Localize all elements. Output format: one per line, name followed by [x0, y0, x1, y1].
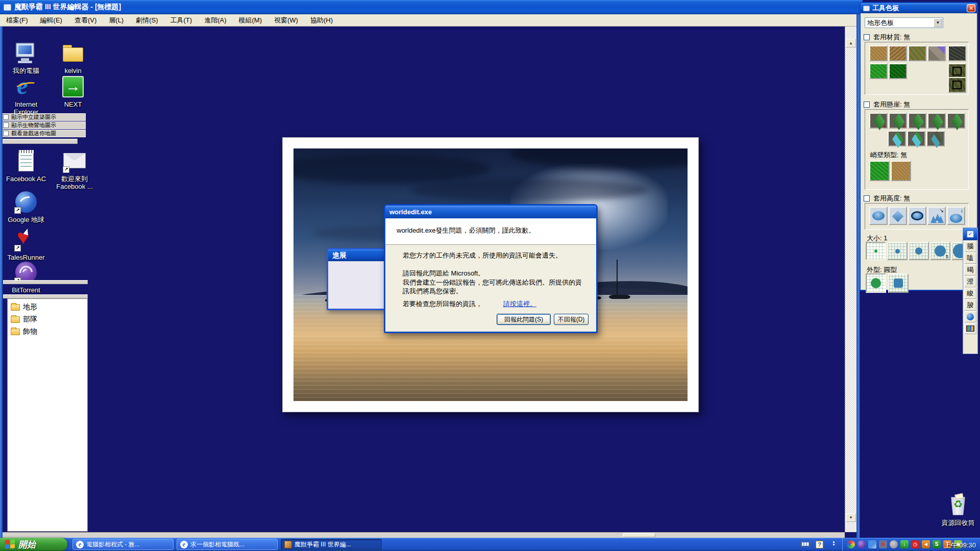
texture-tile-grassy-dirt[interactable] [908, 45, 926, 61]
menu-module[interactable]: 模組(M) [232, 14, 268, 27]
cliff-type-dirt[interactable] [891, 161, 911, 181]
folder-item-doodads[interactable]: 飾物 [9, 325, 86, 338]
checkbox[interactable] [864, 195, 870, 202]
menu-help[interactable]: 協助(H) [304, 14, 339, 27]
menu-view[interactable]: 查看(V) [68, 14, 103, 27]
cliff-tile-lower-1[interactable]: ↓ [869, 113, 888, 129]
tray-disconnected-network-icon[interactable]: ✕ [879, 540, 887, 548]
height-tool-flatten[interactable]: ↓ [947, 207, 965, 225]
texture-tile-dark-rock[interactable] [948, 45, 966, 61]
menu-layer[interactable]: 層(L) [103, 14, 130, 27]
folder-item-terrain[interactable]: 地形 [9, 301, 86, 313]
tray-security-icon[interactable]: S [933, 540, 941, 548]
brush-size-1-button[interactable] [866, 242, 886, 260]
palette-type-dropdown[interactable]: 地形色板 ▼ [865, 17, 943, 28]
texture-tile-dark-grass[interactable] [889, 63, 907, 79]
dialog-titlebar[interactable]: worldedit.exe [385, 206, 596, 218]
texture-tile-grass[interactable] [869, 63, 888, 79]
texture-tile-rough-dirt[interactable] [889, 45, 907, 61]
start-button[interactable]: 開始 [0, 538, 67, 551]
height-tool-mound[interactable] [869, 207, 888, 225]
desktop-icon-next[interactable]: → NEXT [50, 74, 96, 108]
checkbox[interactable] [3, 131, 9, 136]
side-toolbar-button-1[interactable]: 腦 [964, 241, 976, 252]
checkbox[interactable] [864, 34, 870, 40]
cliff-tile-water-shore[interactable] [888, 131, 906, 146]
side-toolbar-button-5[interactable]: 睃 [964, 288, 976, 299]
side-toolbar-orb-button[interactable] [964, 311, 976, 322]
palette-titlebar[interactable]: 工具色板 ✕ [861, 3, 977, 13]
apply-texture-checkbox-row[interactable]: 套用材質: 無 [864, 33, 910, 42]
tray-volume-icon[interactable] [890, 540, 898, 548]
menu-tools[interactable]: 工具(T) [164, 14, 199, 27]
brush-size-5-button[interactable]: 5 [930, 242, 950, 260]
texture-tile-dirt[interactable] [869, 45, 888, 61]
desktop-icon-talesrunner[interactable]: ♥↗ TalesRunner [3, 228, 49, 261]
vertical-scrollbar[interactable]: ▲ ▼ [845, 27, 856, 532]
side-toolbar-button-4[interactable]: 澄 [964, 276, 976, 287]
show-creep-camps-row[interactable]: 顯示生物營地圖示 [1, 121, 86, 129]
tray-audio-speaker-icon[interactable]: ◄ [922, 540, 930, 548]
desktop-icon-internet-explorer[interactable]: e Internet Explorer [3, 74, 49, 116]
report-problem-button[interactable]: 回報此問題(S) [497, 314, 551, 325]
horizontal-scrollbar[interactable] [3, 532, 845, 538]
scroll-thumb[interactable] [623, 533, 655, 537]
view-minimap-row[interactable]: 觀看遊戲迷你地圖 [1, 130, 86, 137]
show-neutral-buildings-row[interactable]: 顯示中立建築圖示 [1, 113, 86, 121]
height-tool-depression[interactable] [889, 207, 907, 225]
click-here-link[interactable]: 請按這裡。 [503, 299, 536, 309]
desktop-icon-recycle-bin[interactable]: ♻ 資源回收筒 [930, 493, 980, 527]
checkbox[interactable] [864, 102, 870, 108]
apply-height-checkbox-row[interactable]: 套用高度: 無 [864, 194, 910, 203]
folder-item-units[interactable]: 部隊 [9, 313, 86, 325]
scroll-down-button[interactable]: ▼ [846, 513, 856, 522]
height-tool-noise[interactable]: ↘ [927, 207, 946, 225]
shape-circle-button[interactable] [866, 273, 886, 293]
cliff-tile-lower-2[interactable]: ↓ [889, 113, 907, 129]
menu-file[interactable]: 檔案(F) [0, 14, 34, 27]
texture-tile-camo-2[interactable] [948, 77, 966, 93]
menu-scenario[interactable]: 劇情(S) [130, 14, 164, 27]
desktop-icon-my-computer[interactable]: 我的電腦 [3, 41, 49, 74]
checkbox[interactable] [3, 114, 9, 120]
task-button-ie-2[interactable]: e 求一個影相電腦既... [177, 539, 278, 550]
task-button-ie-1[interactable]: e 電腦影相程式 - 雅... [72, 539, 174, 550]
desktop-icon-welcome-facebook[interactable]: ↗ 歡迎來到 Facebook ... [50, 149, 99, 190]
height-tool-plateau[interactable] [908, 207, 926, 225]
tray-color-palette-icon[interactable] [847, 540, 855, 548]
palette-close-button[interactable]: ✕ [967, 4, 975, 12]
tray-wireless-network-icon[interactable] [868, 540, 876, 548]
task-button-world-editor[interactable]: 魔獸爭霸 III 世界編... [281, 539, 382, 550]
side-toolbar-button-6[interactable]: 脧 [964, 299, 976, 311]
side-toolbar-palette-button[interactable] [964, 323, 976, 334]
desktop-icon-kelvin[interactable]: kelvin [50, 41, 96, 74]
main-window-titlebar[interactable]: 魔獸爭霸 III 世界編輯器 - [無標題] [0, 0, 863, 14]
cliff-type-grass[interactable] [869, 161, 890, 181]
side-toolbar-header[interactable]: ✓ [963, 228, 977, 240]
chevron-down-icon[interactable]: ▼ [934, 18, 942, 27]
tray-bittorrent-icon[interactable] [857, 540, 866, 548]
brush-size-3-button[interactable] [909, 242, 929, 260]
menu-window[interactable]: 視窗(W) [268, 14, 304, 27]
language-bar-options-icon[interactable]: ▲▼ [832, 540, 836, 546]
desktop-icon-google-earth[interactable]: ↗ Google 地球 [3, 190, 49, 223]
texture-tile-rock[interactable] [927, 45, 946, 61]
keyboard-icon[interactable] [800, 541, 811, 547]
cliff-tile-raise-1[interactable]: ↑ [927, 113, 946, 129]
apply-cliff-checkbox-row[interactable]: 套用懸崖: 無 [864, 100, 910, 109]
shape-square-button[interactable] [888, 273, 909, 293]
cliff-tile-flat[interactable] [908, 113, 926, 129]
tray-messenger-download-icon[interactable]: ↓ [900, 540, 909, 548]
dont-report-button[interactable]: 不回報(D) [554, 314, 589, 325]
cliff-tile-water-rock[interactable] [926, 131, 945, 146]
desktop-icon-facebook-ac[interactable]: Facebook AC [3, 149, 49, 183]
cliff-tile-raise-2[interactable]: ↑ [947, 113, 965, 129]
scroll-up-button[interactable]: ▲ [846, 39, 856, 47]
cliff-tile-water-shallow[interactable] [907, 131, 925, 146]
help-book-icon[interactable]: ? [816, 541, 823, 548]
checkbox[interactable] [3, 122, 9, 128]
tray-blocked-clock-icon[interactable]: ◷ [911, 540, 919, 548]
menu-advanced[interactable]: 進階(A) [198, 14, 232, 27]
desktop-icon-bittorrent[interactable]: ↗ BitTorrent [3, 260, 49, 294]
side-toolbar-button-2[interactable]: 嗑 [964, 253, 976, 264]
